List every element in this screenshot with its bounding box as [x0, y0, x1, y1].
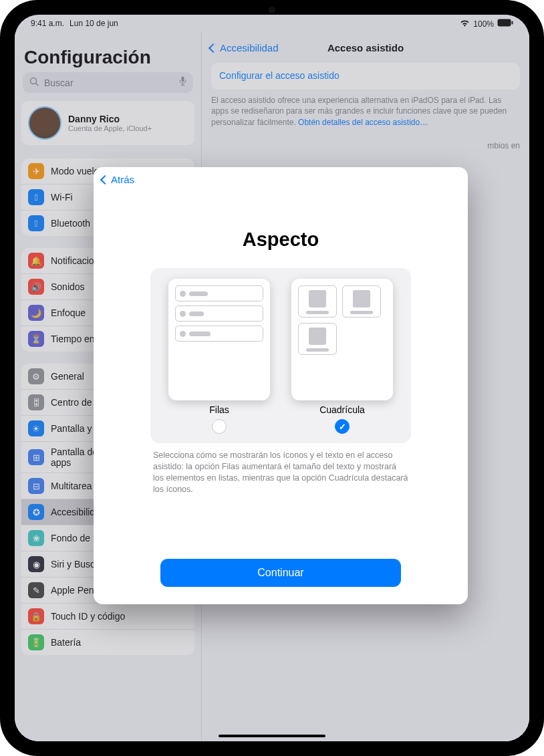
camera-notch — [269, 7, 275, 13]
chevron-left-icon — [102, 174, 110, 185]
modal-back-button[interactable]: Atrás — [102, 174, 460, 185]
option-rows[interactable]: Filas — [168, 279, 270, 434]
continue-button[interactable]: Continuar — [160, 559, 401, 587]
home-indicator[interactable] — [219, 735, 325, 737]
option-grid-label: Cuadrícula — [319, 404, 365, 415]
modal-title: Aspecto — [243, 229, 319, 251]
preview-rows — [168, 279, 270, 400]
modal-back-label: Atrás — [111, 174, 134, 185]
option-grid[interactable]: Cuadrícula ✓ — [291, 279, 393, 434]
appearance-description: Selecciona cómo se mostrarán los íconos … — [150, 450, 411, 495]
appearance-modal: Atrás Aspecto Filas — [94, 167, 468, 604]
option-rows-label: Filas — [209, 404, 229, 415]
radio-rows[interactable] — [212, 419, 227, 434]
radio-grid[interactable]: ✓ — [335, 419, 350, 434]
preview-grid — [291, 279, 393, 400]
appearance-options: Filas Cuadrícula ✓ — [150, 268, 411, 443]
